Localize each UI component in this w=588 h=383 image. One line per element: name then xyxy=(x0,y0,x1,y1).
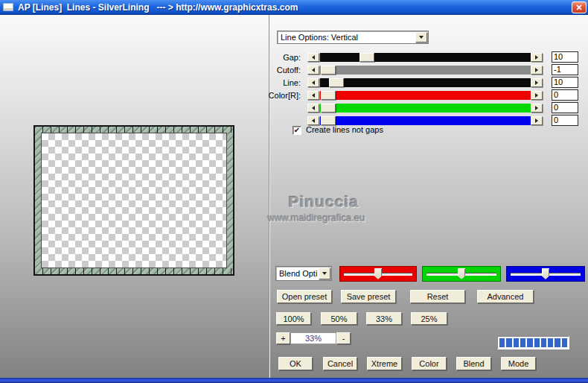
arrow-left-icon xyxy=(312,55,315,60)
color-b-decrease-button[interactable] xyxy=(307,116,319,125)
plugin-window: AP [Lines] Lines - SilverLining --- > ht… xyxy=(0,0,588,383)
blue-channel-trackbar[interactable] xyxy=(506,266,585,282)
zoom-out-button[interactable]: - xyxy=(336,332,351,344)
mode-button[interactable]: Mode xyxy=(501,357,536,370)
zoom-33-button[interactable]: 33% xyxy=(366,312,402,325)
line-increase-button[interactable] xyxy=(531,78,543,87)
progress-indicator xyxy=(497,336,569,349)
zoom-25-button[interactable]: 25% xyxy=(411,312,447,325)
blend-button[interactable]: Blend xyxy=(456,357,491,370)
green-trackbar-thumb[interactable] xyxy=(458,268,465,279)
arrow-right-icon xyxy=(535,93,538,98)
arrow-left-icon xyxy=(312,118,315,123)
transparency-checkerboard xyxy=(41,133,227,268)
slider-label-color-b xyxy=(244,116,301,125)
gap-increase-button[interactable] xyxy=(531,53,543,62)
arrow-right-icon xyxy=(535,106,538,110)
line-value-field[interactable]: 10 xyxy=(552,77,578,88)
arrow-right-icon xyxy=(535,118,538,123)
client-area: Line Options: Vertical Gap: 10 Cutoff: -… xyxy=(0,15,588,378)
cutoff-slider-thumb[interactable] xyxy=(321,66,336,75)
blue-trackbar-thumb[interactable] xyxy=(542,268,549,279)
red-channel-trackbar[interactable] xyxy=(339,266,417,282)
color-b-value-field[interactable]: 0 xyxy=(552,115,578,126)
color-g-slider-track[interactable] xyxy=(320,104,531,113)
preview-image xyxy=(33,125,234,276)
slider-label-cutoff: Cutoff: xyxy=(244,66,301,75)
watermark-url: www.maidiregrafica.eu xyxy=(268,212,365,224)
open-preset-button[interactable]: Open preset xyxy=(277,290,332,303)
arrow-right-icon xyxy=(535,68,538,72)
slider-label-color-r: Color[R]: xyxy=(244,91,301,100)
app-icon xyxy=(3,3,13,11)
gap-slider-track[interactable] xyxy=(320,53,531,62)
cutoff-increase-button[interactable] xyxy=(531,66,543,75)
line-slider-track[interactable] xyxy=(320,78,531,87)
arrow-right-icon xyxy=(535,55,538,60)
color-g-value-field[interactable]: 0 xyxy=(552,102,578,113)
slider-label-gap: Gap: xyxy=(244,53,301,62)
color-r-slider-track[interactable] xyxy=(320,91,531,100)
gap-decrease-button[interactable] xyxy=(307,53,319,62)
color-r-slider-thumb[interactable] xyxy=(321,91,336,100)
line-decrease-button[interactable] xyxy=(307,78,319,87)
color-g-increase-button[interactable] xyxy=(531,104,543,113)
window-title: AP [Lines] Lines - SilverLining --- > ht… xyxy=(18,2,298,13)
color-g-slider-thumb[interactable] xyxy=(321,104,336,113)
zoom-100-button[interactable]: 100% xyxy=(276,312,311,325)
advanced-button[interactable]: Advanced xyxy=(477,290,534,303)
xtreme-button[interactable]: Xtreme xyxy=(367,357,402,370)
chevron-down-icon[interactable] xyxy=(319,268,330,279)
save-preset-button[interactable]: Save preset xyxy=(341,290,396,303)
color-r-increase-button[interactable] xyxy=(531,91,543,100)
cutoff-decrease-button[interactable] xyxy=(307,66,319,75)
color-g-decrease-button[interactable] xyxy=(307,104,319,113)
slider-label-color-g xyxy=(244,104,301,113)
arrow-left-icon xyxy=(312,93,315,98)
frame-ticks-top xyxy=(35,127,233,133)
gap-slider-thumb[interactable] xyxy=(359,53,374,62)
line-options-dropdown[interactable]: Line Options: Vertical xyxy=(277,31,429,44)
chevron-down-icon[interactable] xyxy=(415,32,427,42)
frame-ticks-bottom xyxy=(35,268,233,274)
color-b-slider-thumb[interactable] xyxy=(321,116,336,125)
slider-label-line: Line: xyxy=(244,78,301,87)
cutoff-value-field[interactable]: -1 xyxy=(552,64,578,75)
cutoff-slider-track[interactable] xyxy=(320,66,531,75)
gap-value-field[interactable]: 10 xyxy=(552,51,578,63)
zoom-level-display: 33% xyxy=(290,332,336,344)
arrow-left-icon xyxy=(312,68,315,72)
arrow-left-icon xyxy=(312,80,315,85)
close-button[interactable]: ✕ xyxy=(572,1,587,13)
reset-button[interactable]: Reset xyxy=(410,290,465,303)
window-bottom-border xyxy=(0,378,588,383)
red-trackbar-thumb[interactable] xyxy=(374,268,382,279)
cancel-button[interactable]: Cancel xyxy=(323,357,357,370)
green-channel-trackbar[interactable] xyxy=(422,266,501,282)
line-slider-thumb[interactable] xyxy=(329,78,344,87)
progress-segments xyxy=(499,338,567,347)
color-button[interactable]: Color xyxy=(412,357,447,370)
create-lines-checkbox[interactable]: ✔ xyxy=(293,126,301,135)
arrow-left-icon xyxy=(312,106,315,110)
watermark-name: Pinuccia xyxy=(289,193,359,211)
ok-button[interactable]: OK xyxy=(278,357,313,370)
zoom-50-button[interactable]: 50% xyxy=(321,312,357,325)
arrow-right-icon xyxy=(535,80,538,85)
color-r-decrease-button[interactable] xyxy=(307,91,319,100)
line-options-value: Line Options: Vertical xyxy=(281,33,358,42)
blend-options-dropdown[interactable]: Blend Opti xyxy=(275,266,332,281)
zoom-in-button[interactable]: + xyxy=(276,332,290,344)
create-lines-checkbox-label: Create lines not gaps xyxy=(306,125,383,134)
blend-options-value: Blend Opti xyxy=(279,269,319,278)
color-b-increase-button[interactable] xyxy=(531,116,543,125)
color-b-slider-track[interactable] xyxy=(320,116,531,125)
title-bar: AP [Lines] Lines - SilverLining --- > ht… xyxy=(0,0,588,15)
color-r-value-field[interactable]: 0 xyxy=(552,89,578,101)
